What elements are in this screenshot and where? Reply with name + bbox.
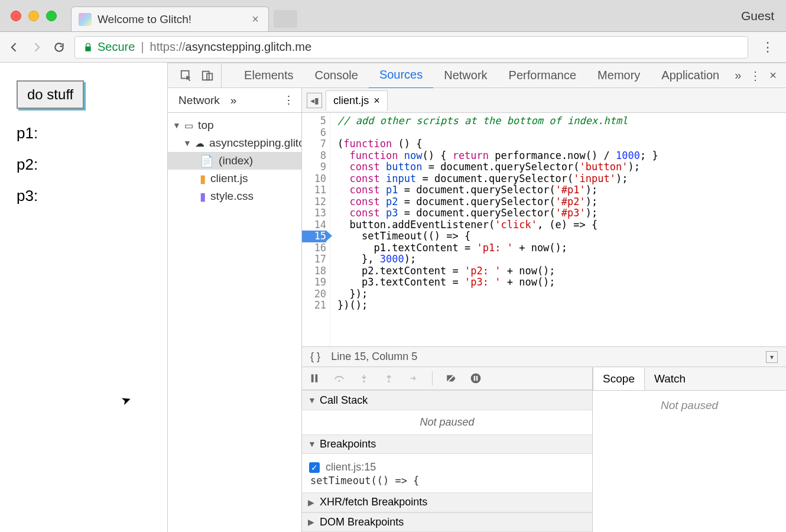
new-tab-button[interactable]: [274, 10, 297, 28]
forward-button[interactable]: [30, 40, 44, 54]
code-editor[interactable]: 56789101112131415161718192021 // add oth…: [302, 113, 786, 346]
navigator-network-tab[interactable]: Network: [175, 92, 223, 109]
pretty-print-icon[interactable]: { }: [310, 351, 320, 363]
devtools-panel: Elements Console Sources Network Perform…: [168, 63, 786, 532]
svg-point-8: [471, 374, 481, 384]
navigator-more-icon[interactable]: »: [230, 94, 237, 107]
window-icon: ▭: [184, 120, 193, 131]
tree-root[interactable]: ▼▭top: [168, 116, 301, 134]
step-out-button[interactable]: [382, 372, 395, 385]
tree-domain[interactable]: ▼☁asyncstepping.glitc: [168, 134, 301, 152]
tab-console[interactable]: Console: [304, 63, 368, 88]
tab-sources[interactable]: Sources: [369, 62, 433, 89]
code-content[interactable]: // add other scripts at the bottom of in…: [330, 113, 786, 346]
step-over-button[interactable]: [333, 372, 346, 385]
profile-label[interactable]: Guest: [741, 9, 774, 23]
devtools-menu-icon[interactable]: ⋮: [749, 69, 761, 83]
do-stuff-button[interactable]: do stuff: [17, 80, 84, 109]
tab-elements[interactable]: Elements: [233, 63, 304, 88]
toggle-navigator-icon[interactable]: ◂▮: [307, 93, 322, 108]
svg-rect-2: [207, 73, 212, 80]
svg-point-7: [388, 381, 389, 382]
watch-tab[interactable]: Watch: [645, 368, 695, 390]
p3-text: p3:: [17, 187, 151, 205]
close-window-icon[interactable]: [11, 11, 21, 21]
navigator-menu-icon[interactable]: ⋮: [283, 93, 294, 107]
dom-breakpoints-header[interactable]: ▶DOM Breakpoints: [302, 512, 592, 532]
browser-menu-icon[interactable]: ⋮: [756, 40, 779, 55]
debug-toolbar: [302, 367, 592, 390]
document-icon: 📄: [200, 154, 214, 168]
tree-file-index[interactable]: 📄(index): [168, 152, 301, 170]
scope-tab[interactable]: Scope: [593, 368, 645, 390]
tab-memory[interactable]: Memory: [587, 63, 651, 88]
line-gutter[interactable]: 56789101112131415161718192021: [302, 113, 330, 346]
svg-rect-10: [476, 376, 478, 381]
svg-rect-9: [474, 376, 476, 381]
deactivate-breakpoints-button[interactable]: [444, 372, 457, 385]
breakpoint-marker[interactable]: 15: [302, 231, 326, 242]
svg-rect-1: [203, 71, 209, 80]
tab-performance[interactable]: Performance: [498, 63, 587, 88]
pause-on-exceptions-button[interactable]: [469, 372, 482, 385]
window-controls: [11, 11, 57, 21]
css-file-icon: ▮: [200, 190, 206, 203]
maximize-window-icon[interactable]: [46, 11, 57, 21]
breakpoint-item[interactable]: ✓ client.js:15: [309, 460, 585, 475]
step-into-button[interactable]: [358, 372, 371, 385]
callstack-header[interactable]: ▼Call Stack: [302, 390, 592, 410]
p2-text: p2:: [17, 155, 151, 174]
tree-file-stylecss[interactable]: ▮style.css: [168, 187, 301, 205]
back-button[interactable]: [7, 40, 21, 54]
reload-button[interactable]: [52, 40, 66, 54]
p1-text: p1:: [17, 124, 151, 142]
svg-point-6: [363, 381, 365, 382]
url-separator: |: [141, 40, 144, 54]
browser-toolbar: Secure | https://asyncstepping.glitch.me…: [0, 32, 786, 63]
url-host: asyncstepping.glitch.me: [186, 40, 311, 54]
js-file-icon: ▮: [200, 172, 206, 186]
step-button[interactable]: [407, 372, 420, 385]
secure-badge: Secure: [83, 40, 135, 54]
lock-icon: [83, 42, 93, 53]
address-bar[interactable]: Secure | https://asyncstepping.glitch.me: [74, 36, 748, 59]
xhr-breakpoints-header[interactable]: ▶XHR/fetch Breakpoints: [302, 492, 592, 512]
page-viewport: do stuff p1: p2: p3:: [0, 63, 168, 532]
cloud-icon: ☁: [195, 138, 204, 149]
device-toggle-icon[interactable]: [200, 68, 215, 83]
devtools-tabbar: Elements Console Sources Network Perform…: [168, 63, 786, 88]
callstack-body: Not paused: [302, 410, 592, 434]
svg-rect-3: [311, 374, 314, 382]
tab-application[interactable]: Application: [651, 63, 730, 88]
more-tabs-icon[interactable]: »: [735, 69, 741, 82]
sources-navigator: Network » ⋮ ▼▭top ▼☁asyncstepping.glitc …: [168, 88, 302, 532]
url-scheme: https://: [150, 40, 186, 54]
debugger-pane: ▼Call Stack Not paused ▼Breakpoints ✓ cl…: [302, 366, 786, 532]
breakpoints-body: ✓ client.js:15 setTimeout(() => {: [302, 454, 592, 492]
favicon-icon: [79, 13, 92, 26]
breakpoint-label: client.js:15: [326, 461, 376, 473]
scope-watch-tabs: Scope Watch: [593, 367, 786, 391]
editor-statusbar: { } Line 15, Column 5 ▾: [302, 346, 786, 366]
secure-label: Secure: [98, 40, 135, 54]
close-tab-icon[interactable]: ×: [249, 12, 261, 26]
toggle-details-icon[interactable]: ▾: [766, 351, 778, 363]
browser-tabstrip: Welcome to Glitch! × Guest: [0, 0, 786, 32]
tree-file-clientjs[interactable]: ▮client.js: [168, 170, 301, 187]
svg-point-5: [339, 380, 340, 382]
pause-button[interactable]: [308, 372, 321, 385]
tab-title: Welcome to Glitch!: [98, 13, 249, 26]
file-tab-clientjs[interactable]: client.js×: [326, 90, 388, 111]
tab-network[interactable]: Network: [433, 63, 498, 88]
file-tree: ▼▭top ▼☁asyncstepping.glitc 📄(index) ▮cl…: [168, 113, 301, 209]
browser-tab[interactable]: Welcome to Glitch! ×: [71, 7, 269, 31]
close-file-icon[interactable]: ×: [373, 95, 380, 107]
inspect-element-icon[interactable]: [178, 68, 194, 83]
breakpoint-checkbox[interactable]: ✓: [309, 462, 320, 473]
devtools-close-icon[interactable]: ×: [769, 69, 777, 82]
minimize-window-icon[interactable]: [28, 11, 39, 21]
breakpoints-header[interactable]: ▼Breakpoints: [302, 434, 592, 454]
cursor-position: Line 15, Column 5: [331, 351, 417, 363]
svg-rect-4: [316, 374, 318, 382]
scope-body: Not paused: [593, 391, 786, 532]
